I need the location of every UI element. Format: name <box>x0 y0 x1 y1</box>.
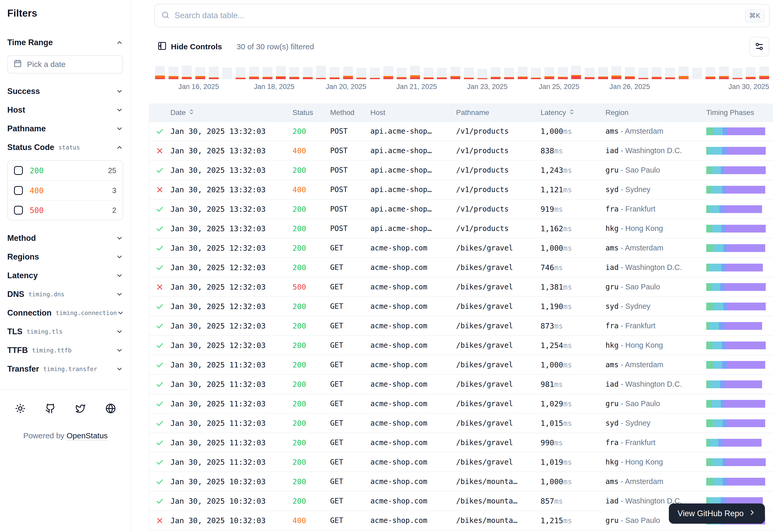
checkbox[interactable] <box>14 186 23 195</box>
histogram-bar[interactable] <box>370 68 380 79</box>
histogram-bar[interactable] <box>356 68 366 79</box>
header-region[interactable]: Region <box>606 108 706 117</box>
histogram-bar[interactable] <box>155 66 165 79</box>
filter-section-dns[interactable]: DNStiming.dns <box>7 288 123 300</box>
filter-section-host[interactable]: Host <box>7 104 123 116</box>
histogram-bar[interactable] <box>289 67 299 79</box>
filter-section-transfer[interactable]: Transfertiming.transfer <box>7 363 123 375</box>
github-link-button[interactable] <box>43 401 58 416</box>
histogram-bar[interactable] <box>450 67 460 79</box>
histogram-bar[interactable] <box>316 66 326 79</box>
histogram-bar[interactable] <box>424 68 433 79</box>
table-row[interactable]: Jan 30, 2025 12:32:03200GETacme-shop.com… <box>149 297 773 316</box>
histogram-bar[interactable] <box>222 68 232 79</box>
table-row[interactable]: Jan 30, 2025 13:32:03200POSTapi.acme-sho… <box>149 219 773 238</box>
status-option-200[interactable]: 20025 <box>8 161 122 180</box>
table-row[interactable]: Jan 30, 2025 11:32:03200GETacme-shop.com… <box>149 355 773 375</box>
header-status[interactable]: Status <box>293 108 330 117</box>
header-host[interactable]: Host <box>370 108 456 117</box>
table-row[interactable]: Jan 30, 2025 13:32:03400POSTapi.acme-sho… <box>149 141 773 161</box>
table-row[interactable]: Jan 30, 2025 13:32:03200POSTapi.acme-sho… <box>149 122 773 141</box>
table-row[interactable]: Jan 30, 2025 12:32:03200GETacme-shop.com… <box>149 316 773 336</box>
histogram-bar[interactable] <box>383 66 393 79</box>
date-picker-input[interactable]: Pick a date <box>7 55 123 73</box>
histogram-bar[interactable] <box>746 67 756 79</box>
header-method[interactable]: Method <box>330 108 370 117</box>
table-row[interactable]: Jan 30, 2025 11:32:03200GETacme-shop.com… <box>149 375 773 394</box>
histogram-bar[interactable] <box>464 68 474 79</box>
header-pathname[interactable]: Pathname <box>456 108 540 117</box>
filter-section-connection[interactable]: Connectiontiming.connection <box>7 307 123 319</box>
table-row[interactable]: Jan 30, 2025 12:32:03200GETacme-shop.com… <box>149 336 773 355</box>
histogram-bar[interactable] <box>598 67 608 79</box>
view-options-button[interactable] <box>749 37 769 57</box>
histogram-bar[interactable] <box>249 67 259 79</box>
histogram-bar[interactable] <box>531 68 541 79</box>
table-row[interactable]: Jan 30, 2025 11:32:03200GETacme-shop.com… <box>149 414 773 433</box>
filter-section-pathname[interactable]: Pathname <box>7 123 123 135</box>
histogram-bar[interactable] <box>679 67 689 79</box>
table-row[interactable]: Jan 30, 2025 13:32:03200POSTapi.acme-sho… <box>149 200 773 219</box>
hide-controls-button[interactable]: Hide Controls <box>157 41 222 52</box>
filter-section-ttfb[interactable]: TTFBtiming.ttfb <box>7 344 123 356</box>
checkbox[interactable] <box>14 206 23 215</box>
table-row[interactable]: Jan 30, 2025 11:32:03200GETacme-shop.com… <box>149 453 773 472</box>
histogram-bar[interactable] <box>303 67 313 79</box>
histogram-bar[interactable] <box>195 67 205 79</box>
histogram-bar[interactable] <box>504 68 514 79</box>
search-bar[interactable]: ⌘K <box>154 4 770 27</box>
table-row[interactable]: Jan 30, 2025 13:32:03400POSTapi.acme-sho… <box>149 180 773 200</box>
header-latency[interactable]: Latency <box>540 108 606 117</box>
histogram-bar[interactable] <box>276 66 286 79</box>
histogram-bar[interactable] <box>168 67 178 79</box>
filter-section-latency[interactable]: Latency <box>7 270 123 282</box>
filter-section-regions[interactable]: Regions <box>7 251 123 263</box>
histogram-bar[interactable] <box>719 67 729 79</box>
histogram-bar[interactable] <box>491 67 500 79</box>
histogram-bar[interactable] <box>652 67 662 79</box>
histogram-bar[interactable] <box>733 68 742 79</box>
openstatus-link[interactable]: OpenStatus <box>66 431 107 440</box>
histogram-bar[interactable] <box>330 67 340 79</box>
histogram-bar[interactable] <box>477 69 487 79</box>
filter-section-tls[interactable]: TLStiming.tls <box>7 326 123 338</box>
theme-toggle-button[interactable] <box>13 401 28 416</box>
histogram-bar[interactable] <box>397 68 406 79</box>
view-github-repo-button[interactable]: View GitHub Repo <box>669 503 765 524</box>
checkbox[interactable] <box>14 166 23 175</box>
histogram-bar[interactable] <box>558 67 568 79</box>
histogram-bar[interactable] <box>182 66 192 79</box>
histogram-bar[interactable] <box>410 66 420 79</box>
histogram-bar[interactable] <box>544 67 554 79</box>
histogram-bar[interactable] <box>263 67 273 79</box>
histogram-bar[interactable] <box>692 68 702 79</box>
filter-section-method[interactable]: Method <box>7 232 123 244</box>
table-row[interactable]: Jan 30, 2025 12:32:03500GETacme-shop.com… <box>149 277 773 297</box>
status-option-500[interactable]: 5002 <box>8 200 122 220</box>
table-row[interactable]: Jan 30, 2025 11:32:03200GETacme-shop.com… <box>149 433 773 453</box>
histogram-bar[interactable] <box>665 68 675 79</box>
histogram-bar[interactable] <box>706 67 715 79</box>
histogram-bar[interactable] <box>759 67 769 79</box>
filter-section-status-code[interactable]: Status Codestatus <box>7 141 123 153</box>
histogram-bar[interactable] <box>343 67 353 79</box>
filter-section-success[interactable]: Success <box>7 85 123 97</box>
table-row[interactable]: Jan 30, 2025 11:32:03200GETacme-shop.com… <box>149 394 773 414</box>
histogram-bar[interactable] <box>612 66 621 79</box>
histogram-bar[interactable] <box>625 67 635 79</box>
twitter-link-button[interactable] <box>73 401 88 416</box>
table-row[interactable]: Jan 30, 2025 13:32:03200POSTapi.acme-sho… <box>149 161 773 180</box>
histogram-bar[interactable] <box>639 68 648 79</box>
histogram-bar[interactable] <box>236 67 246 79</box>
histogram-bar[interactable] <box>209 67 219 79</box>
status-option-400[interactable]: 4003 <box>8 180 122 200</box>
histogram-bar[interactable] <box>518 67 527 79</box>
histogram-bar[interactable] <box>571 66 581 79</box>
search-input[interactable] <box>174 11 740 20</box>
header-date[interactable]: Date <box>170 108 293 117</box>
table-row[interactable]: Jan 30, 2025 10:32:03200GETacme-shop.com… <box>149 472 773 492</box>
website-link-button[interactable] <box>103 401 118 416</box>
table-row[interactable]: Jan 30, 2025 12:32:03200GETacme-shop.com… <box>149 258 773 277</box>
histogram-bar[interactable] <box>585 68 595 79</box>
filter-section-time-range[interactable]: Time Range <box>7 37 123 49</box>
